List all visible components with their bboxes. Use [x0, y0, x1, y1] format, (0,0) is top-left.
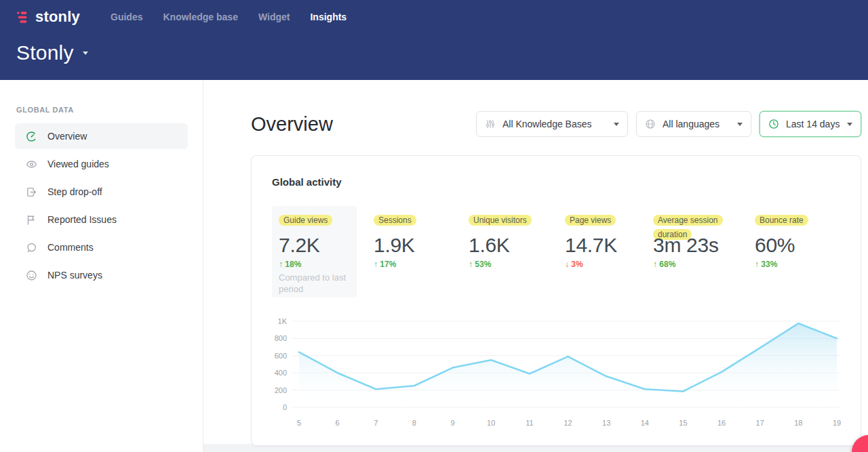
- sidebar-section-label: GLOBAL DATA: [16, 106, 203, 114]
- chevron-down-icon: [83, 52, 88, 55]
- step-out-icon: [26, 186, 37, 198]
- nav-item-insights[interactable]: Insights: [300, 6, 357, 28]
- metric-value: 14.7K: [565, 234, 617, 257]
- metric-label: Unique visitors: [469, 215, 532, 226]
- metric-average-session-duration[interactable]: Average session duration3m 23s↑ 68%: [653, 206, 733, 297]
- sidebar-item-viewed-guides[interactable]: Viewed guides: [15, 151, 188, 177]
- metric-value: 7.2K: [279, 234, 320, 257]
- sliders-icon: [485, 119, 502, 129]
- filter-all-knowledge-bases-dropdown[interactable]: All Knowledge Bases: [476, 111, 628, 137]
- svg-text:19: 19: [833, 419, 841, 427]
- sidebar-item-nps-surveys[interactable]: NPS surveys: [15, 262, 188, 288]
- metric-label: Page views: [565, 215, 616, 226]
- eye-icon: [26, 159, 37, 170]
- page-title: Overview: [251, 113, 333, 136]
- metric-delta: ↓ 3%: [565, 260, 583, 269]
- filter-value: All languages: [663, 119, 719, 129]
- workspace-title: Stonly: [16, 41, 74, 64]
- chevron-down-icon: [847, 123, 852, 126]
- sidebar-item-overview[interactable]: Overview: [15, 123, 188, 149]
- filter-all-languages-dropdown[interactable]: All languages: [636, 111, 751, 137]
- svg-text:0: 0: [283, 403, 287, 411]
- logo-text: stonly: [35, 8, 80, 26]
- metric-delta: ↑ 68%: [653, 260, 675, 269]
- filter-value: Last 14 days: [786, 119, 840, 129]
- filter-value: All Knowledge Bases: [502, 119, 592, 129]
- metric-label: Bounce rate: [755, 215, 808, 226]
- sidebar: GLOBAL DATA OverviewViewed guidesStep dr…: [0, 80, 203, 452]
- metric-sessions[interactable]: Sessions1.9K↑ 17%: [374, 206, 416, 297]
- svg-text:17: 17: [756, 419, 764, 427]
- metric-guide-views[interactable]: Guide views7.2K↑ 18%Compared to last per…: [272, 206, 357, 297]
- sidebar-item-step-drop-off[interactable]: Step drop-off: [15, 179, 188, 205]
- metric-label: Sessions: [374, 215, 416, 226]
- filter-last-14-days-dropdown[interactable]: Last 14 days: [760, 111, 861, 137]
- metric-delta: ↑ 17%: [374, 260, 396, 269]
- chevron-down-icon: [614, 123, 619, 126]
- metric-delta: ↑ 18%: [279, 260, 301, 269]
- svg-text:18: 18: [794, 419, 802, 427]
- activity-chart: 02004006008001K5678910111213141516171819: [272, 310, 842, 436]
- svg-text:12: 12: [564, 419, 572, 427]
- smiley-icon: [26, 270, 37, 281]
- clock-icon: [768, 119, 786, 129]
- top-navbar: stonly GuidesKnowledge baseWidgetInsight…: [0, 0, 868, 80]
- metric-unique-visitors[interactable]: Unique visitors1.6K↑ 53%: [469, 206, 532, 297]
- globe-icon: [645, 119, 663, 129]
- nav-item-widget[interactable]: Widget: [248, 6, 300, 28]
- filter-bar: All Knowledge BasesAll languagesLast 14 …: [476, 111, 861, 137]
- metric-bounce-rate[interactable]: Bounce rate60%↑ 33%: [755, 206, 808, 297]
- svg-text:800: 800: [275, 334, 287, 342]
- svg-text:11: 11: [526, 419, 533, 427]
- sidebar-item-label: Overview: [47, 131, 87, 142]
- activity-area-chart: 02004006008001K5678910111213141516171819: [272, 310, 842, 436]
- metric-value: 1.9K: [374, 234, 415, 257]
- metric-note: Compared to last period: [279, 272, 352, 295]
- nav-item-knowledge-base[interactable]: Knowledge base: [153, 6, 248, 28]
- metric-value: 1.6K: [469, 234, 510, 257]
- svg-text:7: 7: [374, 419, 378, 427]
- sidebar-item-label: Viewed guides: [47, 159, 109, 169]
- sidebar-item-comments[interactable]: Comments: [15, 234, 188, 260]
- svg-text:9: 9: [451, 419, 455, 427]
- svg-text:1K: 1K: [278, 317, 288, 325]
- svg-text:6: 6: [336, 419, 340, 427]
- gauge-icon: [26, 131, 37, 142]
- svg-text:15: 15: [679, 419, 687, 427]
- sidebar-item-label: NPS surveys: [47, 270, 102, 281]
- svg-text:13: 13: [602, 419, 610, 427]
- chevron-down-icon: [737, 123, 743, 126]
- sidebar-item-label: Reported Issues: [47, 214, 117, 225]
- metric-value: 3m 23s: [653, 234, 719, 257]
- stonly-logo[interactable]: stonly: [16, 8, 80, 26]
- metrics-row: Guide views7.2K↑ 18%Compared to last per…: [252, 206, 861, 301]
- metric-page-views[interactable]: Page views14.7K↓ 3%: [565, 206, 616, 297]
- metric-label: Guide views: [279, 215, 332, 226]
- primary-nav: GuidesKnowledge baseWidgetInsights: [100, 6, 357, 28]
- svg-text:600: 600: [275, 352, 287, 360]
- stonly-insights-app: stonly GuidesKnowledge baseWidgetInsight…: [0, 0, 868, 452]
- comment-icon: [26, 242, 37, 253]
- svg-text:10: 10: [487, 419, 495, 427]
- svg-text:16: 16: [717, 419, 726, 427]
- card-title: Global activity: [272, 176, 861, 188]
- sidebar-item-label: Step drop-off: [47, 186, 102, 197]
- stonly-logo-icon: [16, 11, 31, 24]
- main-content: Overview All Knowledge BasesAll language…: [203, 80, 868, 452]
- svg-text:200: 200: [275, 386, 287, 394]
- global-activity-card: Global activity Guide views7.2K↑ 18%Comp…: [251, 155, 861, 446]
- flag-icon: [26, 214, 37, 226]
- metric-value: 60%: [755, 234, 795, 257]
- sidebar-item-label: Comments: [47, 242, 94, 253]
- svg-text:400: 400: [275, 369, 287, 377]
- nav-item-guides[interactable]: Guides: [100, 6, 153, 28]
- svg-text:8: 8: [412, 419, 416, 427]
- sidebar-item-reported-issues[interactable]: Reported Issues: [15, 207, 188, 232]
- svg-text:14: 14: [641, 419, 649, 427]
- svg-text:5: 5: [297, 419, 301, 427]
- workspace-selector[interactable]: Stonly: [16, 41, 852, 64]
- metric-delta: ↑ 53%: [469, 260, 491, 269]
- metric-delta: ↑ 33%: [755, 260, 777, 269]
